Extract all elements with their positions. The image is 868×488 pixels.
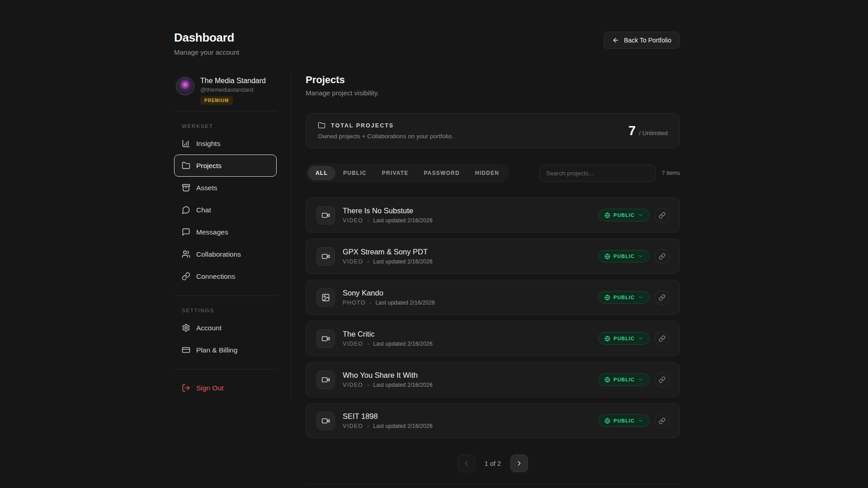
project-title: Who You Share It With — [343, 371, 433, 380]
project-title: GPX Stream & Sony PDT — [343, 248, 433, 256]
sidebar-item-label: Insights — [196, 140, 220, 148]
sidebar-item-label: Assets — [196, 184, 217, 192]
project-meta: VIDEO • Last updated 2/16/2026 — [343, 423, 433, 429]
visibility-dropdown[interactable]: PUBLIC — [598, 250, 650, 263]
sidebar-item-label: Chat — [196, 206, 211, 214]
filter-password[interactable]: PASSWORD — [416, 166, 467, 180]
globe-icon — [604, 295, 610, 300]
sidebar-nav: Insights Projects Assets Chat — [174, 132, 277, 287]
chat-bubble-icon — [182, 206, 190, 214]
bottom-divider — [306, 484, 680, 484]
visibility-dropdown[interactable]: PUBLIC — [598, 209, 650, 221]
sidebar-item-assets[interactable]: Assets — [174, 177, 277, 199]
sidebar-item-projects[interactable]: Projects — [174, 155, 277, 177]
project-row-actions: PUBLIC — [598, 249, 670, 264]
total-projects-description: Owned projects + Collaborations on your … — [318, 133, 453, 140]
visibility-label: PUBLIC — [613, 212, 635, 218]
project-row: SEIT 1898 VIDEO • Last updated 2/16/2026 — [306, 403, 680, 438]
sidebar-item-insights[interactable]: Insights — [174, 132, 277, 155]
project-title: SEIT 1898 — [343, 412, 433, 421]
project-updated: Last updated 2/16/2026 — [373, 258, 432, 265]
profile-info: The Media Standard @themediastandard PRE… — [200, 77, 266, 105]
project-text: There Is No Substute VIDEO • Last update… — [343, 206, 433, 224]
project-updated: Last updated 2/16/2026 — [373, 382, 432, 388]
sidebar-item-label: Connections — [196, 272, 235, 281]
sidebar-item-chat[interactable]: Chat — [174, 199, 277, 221]
page-header: Dashboard Manage your account Back To Po… — [174, 31, 680, 56]
filter-hidden[interactable]: HIDDEN — [467, 166, 507, 180]
projects-toolbar: ALL PUBLIC PRIVATE PASSWORD HIDDEN 7 ite… — [306, 164, 680, 183]
dashboard-page: Dashboard Manage your account Back To Po… — [0, 0, 868, 488]
page-subtitle: Manage your account — [174, 48, 239, 56]
prev-page-button[interactable] — [458, 455, 475, 472]
link-icon — [659, 335, 665, 342]
sidebar-item-collaborations[interactable]: Collaborations — [174, 243, 277, 265]
sidebar-nav-settings: Account Plan & Billing — [174, 317, 277, 361]
project-title: Sony Kando — [343, 289, 435, 297]
project-row-left: Sony Kando PHOTO • Last updated 2/16/202… — [316, 288, 435, 307]
total-projects-count: 7 — [628, 123, 636, 138]
divider — [174, 296, 277, 296]
visibility-dropdown[interactable]: PUBLIC — [598, 373, 650, 386]
project-type-thumb — [316, 288, 335, 307]
sign-out-button[interactable]: Sign Out — [174, 377, 277, 399]
main-content: Projects Manage project visibility. TOTA… — [291, 74, 680, 484]
filter-public[interactable]: PUBLIC — [335, 166, 374, 180]
project-meta: PHOTO • Last updated 2/16/2026 — [343, 300, 435, 306]
sign-out-label: Sign Out — [196, 384, 223, 392]
project-type-thumb — [316, 206, 335, 225]
chevron-down-icon — [638, 336, 643, 341]
copy-link-button[interactable] — [655, 249, 670, 264]
sidebar-item-account[interactable]: Account — [174, 317, 277, 339]
project-meta: VIDEO • Last updated 2/16/2026 — [343, 341, 433, 347]
link-icon — [659, 212, 665, 219]
chevron-down-icon — [638, 212, 643, 218]
globe-icon — [604, 418, 610, 424]
project-text: The Critic VIDEO • Last updated 2/16/202… — [343, 330, 433, 347]
sidebar-item-messages[interactable]: Messages — [174, 221, 277, 243]
project-row-actions: PUBLIC — [598, 290, 670, 305]
next-page-button[interactable] — [510, 455, 528, 472]
project-row: Who You Share It With VIDEO • Last updat… — [306, 362, 680, 397]
search-input[interactable] — [539, 165, 656, 182]
copy-link-button[interactable] — [655, 208, 670, 223]
project-title: The Critic — [343, 330, 433, 338]
project-type: VIDEO — [343, 341, 363, 347]
copy-link-button[interactable] — [655, 290, 670, 305]
message-square-icon — [182, 228, 190, 236]
link-icon — [659, 253, 665, 260]
copy-link-button[interactable] — [655, 413, 670, 428]
visibility-dropdown[interactable]: PUBLIC — [598, 414, 650, 427]
filter-private[interactable]: PRIVATE — [374, 166, 416, 180]
visibility-label: PUBLIC — [613, 295, 635, 300]
project-list: There Is No Substute VIDEO • Last update… — [306, 197, 680, 438]
avatar — [176, 77, 194, 95]
visibility-dropdown[interactable]: PUBLIC — [598, 291, 650, 304]
project-type-thumb — [316, 412, 335, 430]
meta-separator: • — [370, 300, 372, 305]
globe-icon — [604, 377, 610, 383]
back-to-portfolio-button[interactable]: Back To Portfolio — [604, 32, 680, 49]
premium-badge: PREMIUM — [200, 96, 233, 105]
project-type: VIDEO — [343, 217, 363, 224]
project-text: SEIT 1898 VIDEO • Last updated 2/16/2026 — [343, 412, 433, 429]
project-row: The Critic VIDEO • Last updated 2/16/202… — [306, 321, 680, 356]
copy-link-button[interactable] — [655, 331, 670, 346]
filter-all[interactable]: ALL — [308, 166, 335, 180]
globe-icon — [604, 336, 610, 342]
photo-icon — [321, 293, 330, 302]
video-icon — [321, 417, 330, 425]
sidebar-item-connections[interactable]: Connections — [174, 265, 277, 287]
project-row-actions: PUBLIC — [598, 413, 670, 428]
bar-chart-icon — [182, 139, 190, 148]
project-row-actions: PUBLIC — [598, 372, 670, 387]
project-text: Sony Kando PHOTO • Last updated 2/16/202… — [343, 289, 435, 306]
copy-link-button[interactable] — [655, 372, 670, 387]
sidebar-item-plan-billing[interactable]: Plan & Billing — [174, 339, 277, 361]
chevron-down-icon — [638, 377, 643, 382]
sidebar-item-label: Projects — [196, 162, 222, 170]
video-icon — [321, 252, 330, 261]
pagination: 1 of 2 — [306, 455, 680, 472]
visibility-dropdown[interactable]: PUBLIC — [598, 332, 650, 345]
total-projects-label: TOTAL PROJECTS — [331, 122, 394, 129]
